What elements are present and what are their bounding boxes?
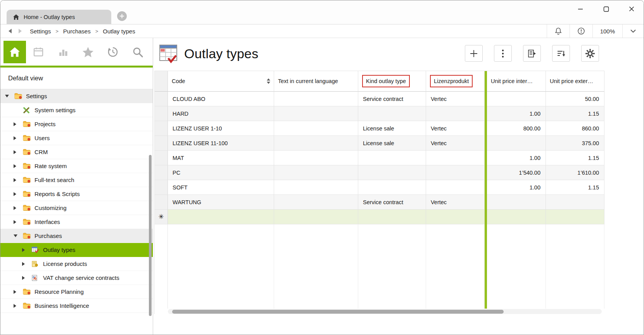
- close-button[interactable]: [625, 3, 638, 14]
- new-record-row[interactable]: ✳: [155, 210, 604, 224]
- expand-arrow-icon[interactable]: [14, 220, 23, 224]
- cell-text-in-current-language[interactable]: [274, 151, 358, 165]
- sidebar-item-full-text-search[interactable]: Full-text search: [0, 173, 153, 187]
- favorites-nav-button[interactable]: [76, 41, 100, 63]
- cell-text-in-current-language[interactable]: [274, 106, 358, 121]
- cell-lizenzprodukt[interactable]: [426, 165, 485, 180]
- cell-lizenzprodukt[interactable]: Vertec: [426, 136, 485, 151]
- sidebar-item-rate-system[interactable]: Rate system: [0, 159, 153, 173]
- cell-lizenzprodukt[interactable]: Vertec: [426, 92, 485, 106]
- cell-unit-price-exter[interactable]: 1.15: [546, 180, 604, 195]
- sidebar-item-projects[interactable]: Projects: [0, 117, 153, 131]
- settings-gear-button[interactable]: [581, 45, 599, 62]
- expand-arrow-icon[interactable]: [22, 248, 31, 252]
- column-header-kind-outlay-type[interactable]: Kind outlay type: [358, 71, 426, 92]
- expand-arrow-icon[interactable]: [14, 178, 23, 182]
- sidebar-item-vat-change-service-contracts[interactable]: VAT change service contracts: [0, 271, 153, 285]
- row-selector-header[interactable]: [155, 71, 168, 92]
- cell-unit-price-exter[interactable]: 1.15: [546, 106, 604, 121]
- expand-arrow-icon[interactable]: [22, 276, 31, 280]
- cell-unit-price-exter[interactable]: 375.00: [546, 136, 604, 151]
- column-header-lizenzprodukt[interactable]: Lizenzprodukt: [426, 71, 485, 92]
- cell-unit-price-inter[interactable]: 1.00: [487, 106, 546, 121]
- sidebar-item-resource-planning[interactable]: Resource Planning: [0, 285, 153, 299]
- zoom-level[interactable]: 100%: [592, 24, 622, 38]
- cell-unit-price-exter[interactable]: 50.00: [546, 92, 604, 106]
- cell-kind-outlay-type[interactable]: License sale: [358, 121, 426, 136]
- cell-unit-price-inter[interactable]: [487, 136, 546, 151]
- cell-code[interactable]: WARTUNG: [168, 195, 274, 210]
- row-selector[interactable]: [155, 121, 168, 136]
- horizontal-scrollbar-thumb[interactable]: [172, 310, 504, 314]
- search-nav-button[interactable]: [125, 41, 150, 63]
- sidebar-item-users[interactable]: Users: [0, 131, 153, 145]
- cell-kind-outlay-type[interactable]: [358, 106, 426, 121]
- sidebar-item-customizing[interactable]: Customizing: [0, 201, 153, 215]
- cell-lizenzprodukt[interactable]: [426, 180, 485, 195]
- cell-unit-price-exter[interactable]: [546, 195, 604, 210]
- cell-code[interactable]: HARD: [168, 106, 274, 121]
- expand-arrow-icon[interactable]: [22, 262, 31, 266]
- cell-unit-price-inter[interactable]: 1’540.00: [487, 165, 546, 180]
- cell-text-in-current-language[interactable]: [274, 195, 358, 210]
- column-header-unit-price-inter[interactable]: Unit price inter…: [487, 71, 546, 92]
- maximize-button[interactable]: [599, 3, 613, 14]
- cell-lizenzprodukt[interactable]: Vertec: [426, 121, 485, 136]
- new-row-cell[interactable]: [546, 210, 604, 224]
- new-row-cell[interactable]: [274, 210, 358, 224]
- cell-text-in-current-language[interactable]: [274, 180, 358, 195]
- minimize-button[interactable]: [574, 3, 587, 14]
- view-selector[interactable]: Default view: [0, 68, 153, 89]
- row-selector[interactable]: [155, 106, 168, 121]
- reports-nav-button[interactable]: [51, 41, 76, 63]
- new-row-cell[interactable]: [487, 210, 546, 224]
- sidebar-item-interfaces[interactable]: Interfaces: [0, 215, 153, 229]
- breadcrumb-item-outlay-types[interactable]: Outlay types: [98, 28, 140, 35]
- new-row-marker-cell[interactable]: ✳: [155, 210, 168, 224]
- column-header-unit-price-exter[interactable]: Unit price exter…: [546, 71, 604, 92]
- cell-code[interactable]: MAT: [168, 151, 274, 165]
- back-button[interactable]: [5, 28, 15, 34]
- cell-unit-price-inter[interactable]: 1.00: [487, 180, 546, 195]
- row-selector[interactable]: [155, 195, 168, 210]
- tab-home-outlay-types[interactable]: Home - Outlay types: [7, 10, 111, 24]
- breadcrumb-item-settings[interactable]: Settings: [25, 28, 55, 35]
- row-selector[interactable]: [155, 136, 168, 151]
- expand-arrow-icon[interactable]: [14, 122, 23, 126]
- sort-filter-button[interactable]: [552, 45, 570, 62]
- cell-text-in-current-language[interactable]: [274, 92, 358, 106]
- expand-arrow-icon[interactable]: [14, 192, 23, 196]
- cell-unit-price-inter[interactable]: 1.00: [487, 151, 546, 165]
- row-selector[interactable]: [155, 151, 168, 165]
- new-row-cell[interactable]: [168, 210, 274, 224]
- expand-arrow-icon[interactable]: [14, 164, 23, 168]
- sidebar-item-crm[interactable]: CRM: [0, 145, 153, 159]
- cell-unit-price-exter[interactable]: 1’610.00: [546, 165, 604, 180]
- cell-kind-outlay-type[interactable]: License sale: [358, 136, 426, 151]
- more-options-button[interactable]: [494, 45, 512, 62]
- add-entry-button[interactable]: [465, 45, 483, 62]
- zoom-dropdown-button[interactable]: [622, 24, 644, 38]
- cell-unit-price-exter[interactable]: 860.00: [546, 121, 604, 136]
- row-selector[interactable]: [155, 180, 168, 195]
- sidebar-item-settings[interactable]: Settings: [0, 89, 153, 103]
- collapse-arrow-icon[interactable]: [14, 234, 23, 237]
- cell-code[interactable]: SOFT: [168, 180, 274, 195]
- sidebar-item-license-products[interactable]: License products: [0, 257, 153, 271]
- cell-lizenzprodukt[interactable]: Vertec: [426, 195, 485, 210]
- sidebar-item-outlay-types[interactable]: Outlay types: [0, 243, 153, 257]
- sidebar-item-reports-scripts[interactable]: Reports & Scripts: [0, 187, 153, 201]
- cell-unit-price-inter[interactable]: [487, 195, 546, 210]
- horizontal-scrollbar[interactable]: [168, 309, 602, 314]
- cell-kind-outlay-type[interactable]: [358, 180, 426, 195]
- expand-arrow-icon[interactable]: [14, 136, 23, 140]
- cell-kind-outlay-type[interactable]: [358, 151, 426, 165]
- calendar-nav-button[interactable]: [26, 41, 51, 63]
- history-nav-button[interactable]: [100, 41, 125, 63]
- sidebar-item-system-settings[interactable]: System settings: [0, 103, 153, 117]
- collapse-arrow-icon[interactable]: [5, 95, 14, 97]
- sidebar-scrollbar-thumb[interactable]: [149, 155, 152, 316]
- cell-kind-outlay-type[interactable]: Service contract: [358, 195, 426, 210]
- cell-lizenzprodukt[interactable]: [426, 151, 485, 165]
- new-row-cell[interactable]: [426, 210, 485, 224]
